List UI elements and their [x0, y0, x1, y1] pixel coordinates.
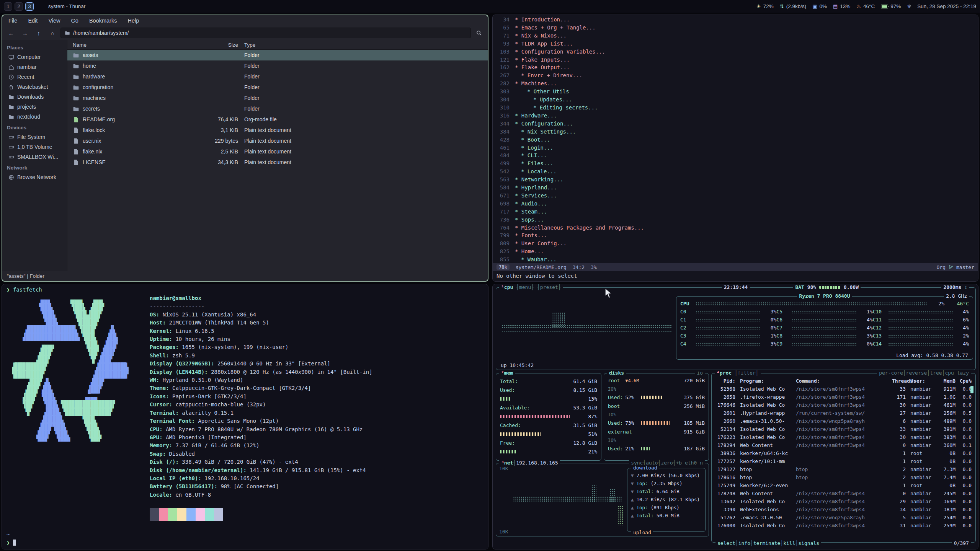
- column-size[interactable]: Size: [208, 42, 238, 48]
- menu-go[interactable]: Go: [71, 18, 78, 24]
- org-heading-line[interactable]: 65* Emacs + Org + Tangle...: [497, 24, 977, 32]
- file-row[interactable]: flake.lock 3,1 KiB Plain text document: [67, 125, 488, 135]
- org-heading-line[interactable]: 717* Steam...: [497, 208, 977, 216]
- sidebar-item-downloads[interactable]: Downloads: [2, 92, 67, 102]
- sidebar-item-recent[interactable]: Recent: [2, 72, 67, 82]
- workspace-3[interactable]: 3: [25, 2, 34, 11]
- org-heading-line[interactable]: 93* TLDR App List...: [497, 40, 977, 48]
- org-heading-line[interactable]: 736* Sops...: [497, 216, 977, 224]
- btop-tabs[interactable]: ¹cpu ┤menu├ ┤preset├: [499, 284, 563, 290]
- path-bar[interactable]: /home/nambiar/system/: [60, 28, 471, 38]
- menu-view[interactable]: View: [48, 18, 60, 24]
- org-heading-line[interactable]: 34* Introduction...: [497, 16, 977, 24]
- org-heading-line[interactable]: 344* Configuration...: [497, 120, 977, 128]
- mem-box-title[interactable]: ²mem: [499, 370, 515, 376]
- sidebar-item-browse-network[interactable]: Browse Network: [2, 172, 67, 182]
- process-row[interactable]: 175749kworker/6:2-even1root0B0.0: [712, 481, 975, 489]
- org-heading-line[interactable]: 563* Networking...: [497, 176, 977, 184]
- sidebar-item-computer[interactable]: Computer: [2, 52, 67, 62]
- org-heading-line[interactable]: 584* Hyprland...: [497, 184, 977, 192]
- workspace-1[interactable]: 1: [4, 2, 12, 11]
- org-heading-line[interactable]: 267* Envrc + Direnv...: [497, 72, 977, 80]
- org-heading-line[interactable]: 316* Hardware...: [497, 112, 977, 120]
- org-heading-line[interactable]: 764* Miscellaneous Packages and Programs…: [497, 224, 977, 232]
- org-heading-line[interactable]: 825* Home...: [497, 248, 977, 256]
- home-button[interactable]: ⌂: [47, 28, 58, 38]
- column-name[interactable]: Name: [67, 42, 208, 48]
- process-row[interactable]: 2658.firefox-wrappe/nix/store/sm8fnrf3wp…: [712, 393, 975, 401]
- menu-bookmarks[interactable]: Bookmarks: [89, 18, 117, 24]
- process-row[interactable]: 177257kworker/10:1-mm_1root0B0.0: [712, 457, 975, 465]
- process-row[interactable]: 178248Web Content/nix/store/sm8fnrf3wps4…: [712, 489, 975, 497]
- org-heading-line[interactable]: 799* Fonts...: [497, 231, 977, 240]
- org-heading-line[interactable]: 71* Nix & Nixos...: [497, 32, 977, 40]
- org-heading-line[interactable]: 162* Flake Output...: [497, 64, 977, 72]
- search-button[interactable]: [473, 28, 485, 38]
- file-row[interactable]: home Folder: [67, 60, 488, 71]
- sidebar-item-wastebasket[interactable]: Wastebasket: [2, 82, 67, 92]
- process-row[interactable]: 3390WebExtensions/nix/store/sm8fnrf3wps4…: [712, 505, 975, 514]
- shell-prompt[interactable]: ❯: [7, 540, 16, 546]
- process-row[interactable]: 178294Web Content/nix/store/sm8fnrf3wps4…: [712, 441, 975, 449]
- up-button[interactable]: ↑: [33, 28, 44, 38]
- menu-help[interactable]: Help: [127, 18, 139, 24]
- disks-io-label[interactable]: io: [695, 370, 705, 376]
- sidebar-item-projects[interactable]: projects: [2, 102, 67, 112]
- file-row[interactable]: configuration Folder: [67, 82, 488, 93]
- org-heading-line[interactable]: 698* Audio...: [497, 200, 977, 208]
- menu-file[interactable]: File: [8, 18, 17, 24]
- refresh-interval[interactable]: 2000ms ↕: [941, 284, 969, 290]
- process-row[interactable]: 38936kworker/u64:6-kc1root0B0.0: [712, 449, 975, 457]
- process-row[interactable]: 179127btopbtop2nambiar7.3M0.0: [712, 465, 975, 473]
- process-row[interactable]: 51762.emacs-31.0.50-/nix/store/wnqz5pa8r…: [712, 514, 975, 522]
- proc-header[interactable]: Pid:Program:Command:Threads:User:MemBCpu…: [712, 377, 975, 385]
- sidebar-item-file-system[interactable]: File System: [2, 132, 67, 142]
- proc-footer-keys[interactable]: select┤info┤terminate┤kill┤signals: [715, 540, 821, 546]
- org-heading-line[interactable]: 304* Updates...: [497, 96, 977, 104]
- proc-options[interactable]: per-core┤reverse┤tree┤cpu lazy: [877, 370, 971, 376]
- workspace-2[interactable]: 2: [15, 2, 23, 11]
- org-heading-line[interactable]: 809* User Config...: [497, 240, 977, 248]
- process-row[interactable]: 176223Isolated Web Co/nix/store/sm8fnrf3…: [712, 433, 975, 441]
- sidebar-item-nextcloud[interactable]: nextcloud: [2, 112, 67, 122]
- file-row[interactable]: user.nix 229 bytes Plain text document: [67, 135, 488, 146]
- disks-box-title[interactable]: disks: [607, 370, 626, 376]
- org-heading-line[interactable]: 310* Editing secrets...: [497, 104, 977, 112]
- sidebar-item-1-0-tb-volume[interactable]: 1,0 TB Volume: [2, 142, 67, 152]
- org-heading-line[interactable]: 121* Flake Inputs...: [497, 56, 977, 64]
- menu-edit[interactable]: Edit: [28, 18, 38, 24]
- process-row[interactable]: 52368Isolated Web Co/nix/store/sm8fnrf3w…: [712, 385, 975, 393]
- file-row[interactable]: hardware Folder: [67, 71, 488, 82]
- process-row[interactable]: 176000Isolated Web Co/nix/store/sm8fnrf3…: [712, 522, 975, 530]
- process-row[interactable]: 52134Isolated Web Co/nix/store/sm8fnrf3w…: [712, 425, 975, 433]
- org-heading-line[interactable]: 303* Other Utils: [497, 88, 977, 96]
- file-row[interactable]: machines Folder: [67, 93, 488, 103]
- sidebar-item-smallbox-wi-[interactable]: SMALLBOX Wi...: [2, 152, 67, 162]
- org-heading-line[interactable]: 461* Login...: [497, 144, 977, 152]
- forward-button[interactable]: →: [19, 28, 31, 38]
- proc-scrollbar[interactable]: [970, 386, 973, 393]
- org-heading-line[interactable]: 282* Machines...: [497, 80, 977, 88]
- org-heading-line[interactable]: 855* Waubar...: [497, 256, 977, 263]
- process-row[interactable]: 2601.Hyprland-wrapp/run/current-system/s…: [712, 409, 975, 417]
- process-row[interactable]: 2660.emacs-31.0.50-/nix/store/wnqz5pa8ra…: [712, 417, 975, 425]
- file-row[interactable]: LICENSE 34,3 KiB Plain text document: [67, 157, 488, 168]
- org-heading-line[interactable]: 671* Services...: [497, 192, 977, 200]
- file-row[interactable]: assets Folder: [67, 50, 488, 60]
- sidebar-item-nambiar[interactable]: nambiar: [2, 62, 67, 72]
- org-heading-line[interactable]: 428* Boot...: [497, 136, 977, 144]
- org-heading-line[interactable]: 499* Files...: [497, 160, 977, 168]
- process-row[interactable]: 178616btopbtop2nambiar7.4M0.0: [712, 473, 975, 481]
- org-heading-line[interactable]: 103* Configuration Variables...: [497, 48, 977, 56]
- org-heading-line[interactable]: 384* Nix Settings...: [497, 128, 977, 136]
- org-heading-line[interactable]: 542* Locale...: [497, 168, 977, 176]
- process-row[interactable]: 176646Isolated Web Co/nix/store/sm8fnrf3…: [712, 401, 975, 409]
- column-type[interactable]: Type: [238, 42, 488, 48]
- back-button[interactable]: ←: [5, 28, 17, 38]
- emacs-buffer[interactable]: 34* Introduction...65* Emacs + Org + Tan…: [497, 16, 977, 263]
- proc-box-title[interactable]: ⁴proc ┤filter├: [715, 370, 761, 376]
- process-row[interactable]: 13642Isolated Web Co/nix/store/sm8fnrf3w…: [712, 497, 975, 505]
- file-row[interactable]: secrets Folder: [67, 103, 488, 114]
- net-box-title[interactable]: ³net┤192.168.10.165: [499, 460, 560, 466]
- org-heading-line[interactable]: 484* CLI...: [497, 152, 977, 160]
